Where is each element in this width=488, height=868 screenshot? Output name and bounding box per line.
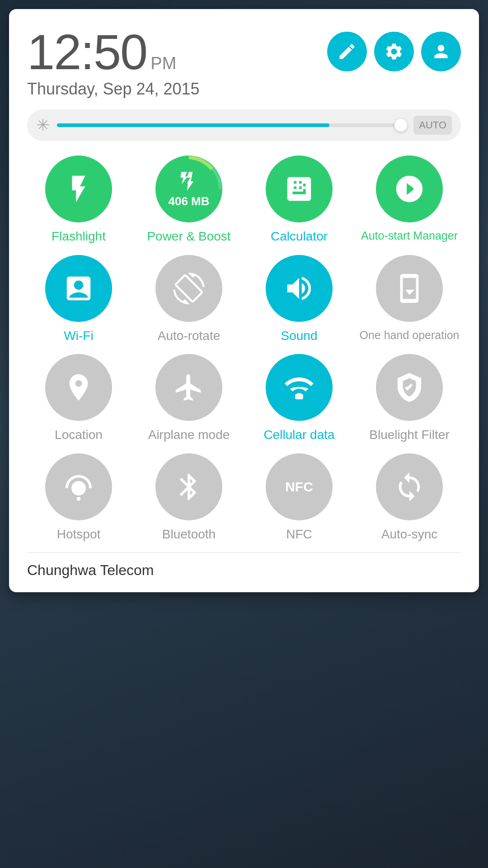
divider bbox=[27, 552, 461, 553]
one-hand-label: One hand operation bbox=[359, 328, 459, 342]
brightness-auto-label[interactable]: AUTO bbox=[413, 116, 452, 135]
grid-item-bluelight[interactable]: Bluelight Filter bbox=[358, 354, 461, 443]
brightness-row[interactable]: ✳ AUTO bbox=[27, 109, 461, 141]
flashlight-icon-circle bbox=[45, 156, 112, 222]
auto-sync-icon bbox=[394, 471, 425, 503]
auto-start-icon bbox=[394, 173, 425, 205]
time-period: PM bbox=[150, 54, 176, 73]
airplane-label: Airplane mode bbox=[148, 427, 230, 443]
flashlight-icon bbox=[63, 173, 94, 205]
wifi-icon-circle bbox=[45, 255, 112, 322]
brightness-track[interactable] bbox=[57, 123, 406, 127]
wifi-label: Wi-Fi bbox=[64, 328, 93, 344]
header-icon-group bbox=[327, 32, 461, 71]
sound-label: Sound bbox=[281, 328, 318, 344]
brightness-fill bbox=[57, 123, 329, 127]
location-icon bbox=[63, 372, 94, 403]
airplane-icon bbox=[173, 372, 205, 403]
flashlight-label: Flashlight bbox=[52, 229, 106, 244]
power-boost-main-icon bbox=[178, 170, 200, 193]
auto-start-label: Auto-start Manager bbox=[361, 229, 458, 242]
grid-item-location[interactable]: Location bbox=[27, 354, 130, 443]
edit-icon bbox=[337, 42, 357, 61]
grid-item-auto-rotate[interactable]: Auto-rotate bbox=[137, 255, 240, 344]
grid-item-airplane[interactable]: Airplane mode bbox=[137, 354, 240, 443]
grid-item-auto-start[interactable]: Auto-start Manager bbox=[358, 156, 461, 244]
power-boost-label: Power & Boost bbox=[147, 229, 230, 244]
hotspot-icon-circle bbox=[45, 453, 112, 520]
clock-display: 12:50PM bbox=[27, 27, 200, 77]
quick-settings-grid: Flashlight 406 MB Power & Boost Calculat… bbox=[27, 156, 461, 542]
calculator-icon-circle bbox=[266, 156, 333, 222]
location-icon-circle bbox=[45, 354, 112, 421]
carrier-name: Chunghwa Telecom bbox=[27, 562, 461, 579]
auto-rotate-icon-circle bbox=[155, 255, 222, 322]
date-display: Thursday, Sep 24, 2015 bbox=[27, 80, 200, 99]
bluetooth-label: Bluetooth bbox=[162, 527, 216, 542]
profile-button[interactable] bbox=[421, 32, 461, 71]
calculator-icon bbox=[283, 173, 315, 205]
airplane-icon-circle bbox=[155, 354, 222, 421]
profile-icon bbox=[431, 42, 451, 61]
bluelight-icon-circle bbox=[376, 354, 443, 421]
bluelight-label: Bluelight Filter bbox=[369, 427, 449, 443]
grid-item-power-boost[interactable]: 406 MB Power & Boost bbox=[137, 156, 240, 244]
brightness-sun-icon: ✳ bbox=[36, 116, 50, 135]
bluetooth-icon-circle bbox=[155, 453, 222, 520]
location-label: Location bbox=[55, 427, 103, 443]
grid-item-calculator[interactable]: Calculator bbox=[248, 156, 351, 244]
hotspot-label: Hotspot bbox=[57, 527, 101, 542]
brightness-thumb[interactable] bbox=[394, 119, 407, 132]
grid-item-wifi[interactable]: Wi-Fi bbox=[27, 255, 130, 344]
sound-icon-circle bbox=[266, 255, 333, 322]
grid-item-bluetooth[interactable]: Bluetooth bbox=[137, 453, 240, 542]
cellular-icon bbox=[283, 372, 315, 403]
auto-start-icon-circle bbox=[376, 156, 443, 222]
quick-settings-panel: 12:50PM Thursday, Sep 24, 2015 bbox=[9, 9, 479, 592]
nfc-label: NFC bbox=[286, 527, 312, 542]
power-boost-icon-circle: 406 MB bbox=[155, 156, 222, 222]
time-value: 12:50 bbox=[27, 24, 147, 80]
auto-sync-label: Auto-sync bbox=[381, 527, 438, 542]
header: 12:50PM Thursday, Sep 24, 2015 bbox=[27, 27, 461, 99]
settings-button[interactable] bbox=[374, 32, 414, 71]
grid-item-sound[interactable]: Sound bbox=[248, 255, 351, 344]
grid-item-cellular[interactable]: Cellular data bbox=[248, 354, 351, 443]
bluelight-icon bbox=[394, 372, 425, 403]
nfc-icon-circle: NFC bbox=[266, 453, 333, 520]
auto-start-mgr-icon bbox=[63, 273, 94, 304]
auto-rotate-icon bbox=[173, 273, 205, 304]
grid-item-flashlight[interactable]: Flashlight bbox=[27, 156, 130, 244]
grid-item-nfc[interactable]: NFC NFC bbox=[248, 453, 351, 542]
svg-rect-1 bbox=[295, 394, 303, 400]
calculator-label: Calculator bbox=[271, 229, 328, 244]
auto-rotate-label: Auto-rotate bbox=[158, 328, 221, 344]
grid-item-hotspot[interactable]: Hotspot bbox=[27, 453, 130, 542]
sound-icon bbox=[283, 273, 315, 304]
edit-button[interactable] bbox=[327, 32, 367, 71]
grid-item-one-hand[interactable]: One hand operation bbox=[358, 255, 461, 344]
time-block: 12:50PM Thursday, Sep 24, 2015 bbox=[27, 27, 200, 99]
svg-point-2 bbox=[77, 497, 81, 501]
one-hand-icon-circle bbox=[376, 255, 443, 322]
power-boost-mb-value: 406 MB bbox=[168, 194, 209, 208]
hotspot-icon bbox=[63, 471, 94, 503]
auto-sync-icon-circle bbox=[376, 453, 443, 520]
cellular-icon-circle bbox=[266, 354, 333, 421]
one-hand-icon bbox=[394, 273, 425, 304]
nfc-text-icon: NFC bbox=[285, 479, 313, 495]
settings-icon bbox=[384, 42, 404, 61]
bluetooth-icon bbox=[173, 471, 205, 503]
grid-item-auto-sync[interactable]: Auto-sync bbox=[358, 453, 461, 542]
cellular-label: Cellular data bbox=[263, 427, 334, 443]
